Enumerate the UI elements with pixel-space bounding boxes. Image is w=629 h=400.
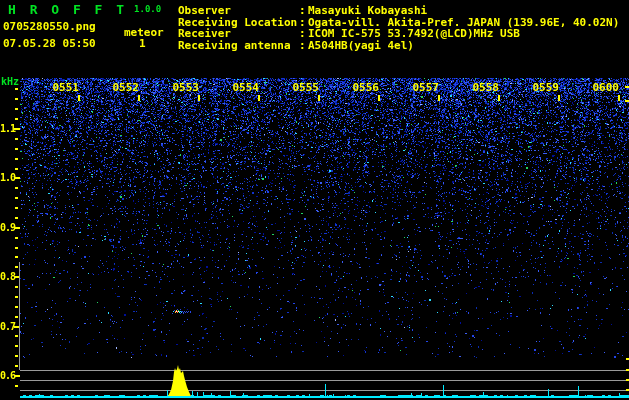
time-tick-label: 0558 — [471, 81, 499, 94]
time-tick-label: 0557 — [411, 81, 439, 94]
spectrogram-canvas — [0, 0, 629, 400]
station-info-block: Observer:Masayuki KobayashiReceiving Loc… — [178, 5, 619, 52]
freq-tick-label: 0.8 — [0, 271, 15, 282]
info-label: Observer — [178, 5, 299, 17]
time-tick-label: 0552 — [111, 81, 139, 94]
hrofft-screen: H R O F F T1.0.0 0705280550.png meteor 0… — [0, 0, 629, 400]
app-title-text: H R O F F T — [8, 2, 127, 17]
freq-tick-label: 0.6 — [0, 370, 15, 381]
time-tick-label: 0553 — [171, 81, 199, 94]
freq-tick-label: 1.1 — [0, 123, 15, 134]
time-tick-label: 0600 — [591, 81, 619, 94]
time-tick-label: 0551 — [51, 81, 79, 94]
info-separator: : — [299, 5, 308, 17]
info-value: A504HB(yagi 4el) — [308, 40, 414, 52]
info-row: Receiving antenna:A504HB(yagi 4el) — [178, 40, 619, 52]
info-label: Receiving antenna — [178, 40, 299, 52]
freq-tick-label: 0.7 — [0, 321, 15, 332]
app-title: H R O F F T1.0.0 — [8, 2, 161, 17]
datetime-label: 07.05.28 05:50 — [3, 37, 96, 50]
freq-tick-label: 0.9 — [0, 222, 15, 233]
freq-tick-label: 1.0 — [0, 172, 15, 183]
info-row: Observer:Masayuki Kobayashi — [178, 5, 619, 17]
time-tick-label: 0556 — [351, 81, 379, 94]
output-filename: 0705280550.png — [3, 20, 96, 33]
time-tick-label: 0559 — [531, 81, 559, 94]
info-separator: : — [299, 40, 308, 52]
info-value: Masayuki Kobayashi — [308, 5, 427, 17]
time-tick-label: 0554 — [231, 81, 259, 94]
app-version: 1.0.0 — [134, 4, 161, 14]
khz-axis-label: kHz — [1, 76, 19, 87]
meteor-count: 1 — [139, 37, 146, 50]
time-tick-label: 0555 — [291, 81, 319, 94]
